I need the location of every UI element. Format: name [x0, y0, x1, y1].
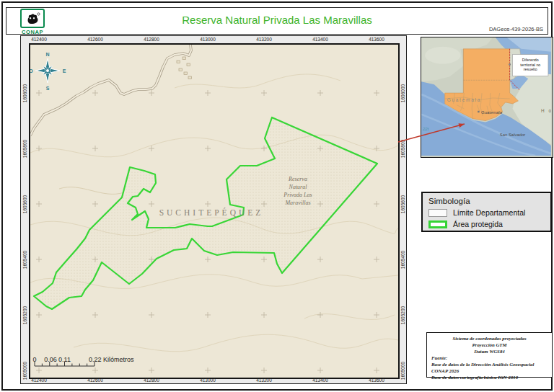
- credits-line: Base de datos de la Dirección Análisis G…: [431, 362, 548, 375]
- grid-label-y: 1605800: [400, 133, 407, 165]
- grid-label-x: 412800: [136, 378, 167, 383]
- svg-text:territorial no: territorial no: [520, 63, 540, 67]
- inset-city-guatemala: Guatemala: [481, 110, 503, 115]
- grid-label-x: 412600: [79, 378, 111, 383]
- protected-area-swatch: [428, 220, 447, 228]
- grid-label-y: 1605200: [400, 300, 407, 331]
- grid-label-y: 1606000: [22, 78, 29, 110]
- grid-label-x: 412600: [79, 37, 111, 42]
- legend-item-department: Límite Departamental: [428, 208, 545, 217]
- credits-line: Datum WGS84: [431, 349, 548, 355]
- svg-text:Natural: Natural: [289, 184, 308, 190]
- credits-line: Sistema de coordenadas proyectadas: [431, 336, 548, 342]
- grid-label-x: 412400: [23, 37, 55, 42]
- grid-label-x: 413000: [192, 378, 224, 383]
- map-panel: SUCHITEPÉQUEZ Reserva Natural Privada La…: [20, 35, 407, 384]
- legend-item-label: Límite Departamental: [453, 208, 525, 217]
- grid-label-x: 413600: [361, 37, 392, 42]
- credits-line: Proyección GTM: [431, 342, 548, 349]
- scale-label-end: 0.22 Kilómetros: [89, 356, 134, 363]
- grid-label-y: 1605600: [400, 189, 407, 220]
- department-label: SUCHITEPÉQUEZ: [159, 208, 264, 217]
- grid-label-y: 1605800: [22, 133, 29, 165]
- inset-corner-label: 22t: [422, 127, 429, 131]
- legend: Simbología Límite Departamental Área pro…: [421, 192, 552, 232]
- grid-label-y: 1605200: [22, 300, 29, 331]
- svg-text:Diferendo: Diferendo: [522, 58, 539, 62]
- grid-label-x: 413200: [248, 37, 280, 42]
- inset-city-san-salvador: San Salvador: [500, 133, 525, 137]
- grid-label-x: 413200: [248, 378, 280, 383]
- main-map: SUCHITEPÉQUEZ Reserva Natural Privada La…: [30, 45, 398, 378]
- map-frame: SUCHITEPÉQUEZ Reserva Natural Privada La…: [29, 43, 400, 379]
- grid-label-y: 1605400: [22, 244, 29, 276]
- inset-map-svg: Diferendo territorial no resuelto G u a …: [421, 37, 551, 156]
- department-boundary-swatch: [428, 209, 447, 217]
- grid-label-x: 412800: [136, 37, 167, 42]
- grid-label-y: 1605000: [22, 355, 29, 387]
- credits-line: Base de datos cartografía básica IGN 201…: [431, 375, 548, 381]
- inset-country-label: G u a t e m a l a: [447, 97, 480, 102]
- compass-s: S: [46, 86, 50, 91]
- grid-label-y: 1605600: [22, 189, 29, 220]
- svg-text:Reserva: Reserva: [288, 176, 307, 182]
- conap-logo-text: CONAP: [17, 29, 48, 35]
- inset-map: Diferendo territorial no resuelto G u a …: [421, 37, 553, 158]
- grid-label-x: 413400: [304, 37, 336, 42]
- header: CONAP Reserva Natural Privada Las Maravi…: [6, 7, 548, 35]
- credits-line: Fuente:: [431, 355, 548, 362]
- grid-label-y: 1605000: [400, 355, 407, 387]
- svg-text:resuelto: resuelto: [524, 67, 537, 71]
- grid-label-x: 413400: [304, 378, 336, 383]
- compass-n: N: [45, 52, 49, 57]
- svg-text:Privada Las: Privada Las: [283, 192, 312, 198]
- legend-item-protected: Área protegida: [428, 220, 545, 228]
- map-document: CONAP Reserva Natural Privada Las Maravi…: [0, 0, 554, 392]
- doc-code: DAGeos-439-2026-BS: [489, 26, 543, 32]
- grid-label-y: 1605400: [400, 244, 407, 276]
- scale-label-1: 0.06: [44, 356, 57, 363]
- legend-item-label: Área protegida: [453, 220, 503, 228]
- credits-box: Sistema de coordenadas proyectadas Proye…: [426, 332, 553, 378]
- legend-title: Simbología: [428, 197, 545, 205]
- compass-w: O: [30, 68, 33, 74]
- grid-label-x: 413000: [192, 37, 224, 42]
- svg-text:Maravillas: Maravillas: [284, 200, 310, 206]
- inset-honduras-label: H o: [541, 108, 551, 113]
- grid-label-x: 413600: [361, 378, 392, 383]
- compass-e: E: [63, 68, 66, 74]
- page-title: Reserva Natural Privada Las Maravillas: [6, 14, 548, 26]
- grid-label-y: 1606000: [400, 78, 407, 110]
